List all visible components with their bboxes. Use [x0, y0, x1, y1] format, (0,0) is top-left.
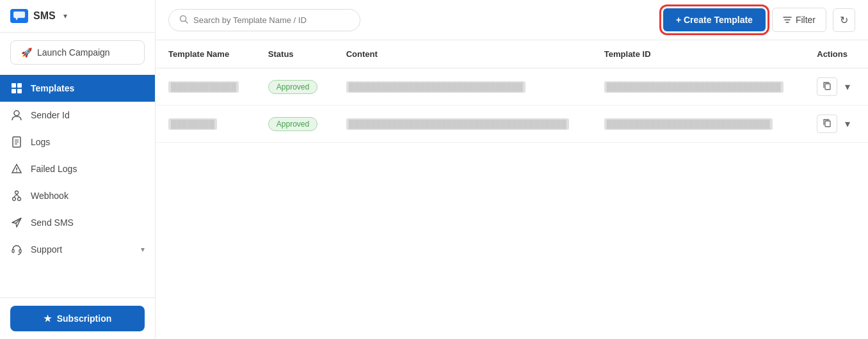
sidebar-failed-logs-label: Failed Logs — [31, 164, 77, 174]
sidebar-nav: Templates Sender Id Logs — [0, 72, 155, 297]
sidebar-sender-id-label: Sender Id — [31, 110, 70, 120]
brand-chevron: ▾ — [63, 12, 67, 20]
svg-rect-4 — [12, 89, 16, 93]
sidebar-item-templates[interactable]: Templates — [0, 75, 155, 102]
send-icon — [10, 216, 23, 229]
status-badge: Approved — [268, 117, 317, 131]
brand-header[interactable]: SMS ▾ — [0, 0, 155, 33]
launch-icon: 🚀 — [21, 47, 32, 58]
filter-icon — [783, 15, 792, 24]
sidebar-item-sender-id[interactable]: Sender Id — [0, 102, 155, 129]
content-value: ████████████████████████████████ — [346, 81, 526, 93]
main-content: + Create Template Filter ↻ Template Name… — [156, 0, 868, 339]
copy-icon — [823, 81, 832, 90]
sidebar-item-failed-logs[interactable]: Failed Logs — [0, 155, 155, 182]
template-name-cell: ████████████ — [156, 68, 255, 106]
col-content: Content — [334, 40, 591, 68]
svg-point-12 — [16, 171, 17, 172]
subscription-button[interactable]: ★ Subscription — [10, 306, 145, 331]
toolbar: + Create Template Filter ↻ — [156, 0, 868, 40]
template-name-cell: ████████ — [156, 106, 255, 143]
triangle-icon — [10, 162, 23, 175]
sidebar: SMS ▾ 🚀 Launch Campaign Templates — [0, 0, 156, 339]
actions-cell: ▾ — [804, 106, 868, 143]
table-row: ████████████ Approved ██████████████████… — [156, 68, 868, 106]
brand-title: SMS — [33, 10, 56, 22]
sidebar-templates-label: Templates — [31, 83, 74, 93]
actions-cell: ▾ — [804, 68, 868, 106]
grid-icon — [10, 82, 23, 95]
svg-point-13 — [13, 198, 16, 201]
col-template-name: Template Name — [156, 40, 255, 68]
template-id-value: ████████████████████████████████ — [604, 81, 784, 93]
template-name-value: ████████████ — [168, 81, 239, 93]
toolbar-right: + Create Template Filter ↻ — [663, 8, 855, 32]
copy-icon — [823, 118, 832, 127]
svg-rect-2 — [12, 83, 16, 88]
doc-icon — [10, 136, 23, 148]
webhook-icon — [10, 189, 23, 202]
col-template-id: Template ID — [591, 40, 804, 68]
svg-line-20 — [186, 20, 188, 23]
sms-logo — [10, 9, 28, 23]
template-id-cell: ██████████████████████████████ — [591, 106, 804, 143]
status-badge: Approved — [268, 80, 317, 94]
refresh-button[interactable]: ↻ — [833, 8, 855, 32]
table-container: Template Name Status Content Template ID… — [156, 40, 868, 339]
table-row: ████████ Approved ██████████████████████… — [156, 106, 868, 143]
sidebar-logs-label: Logs — [31, 137, 50, 147]
support-chevron-icon: ▾ — [141, 245, 145, 254]
svg-rect-0 — [13, 12, 25, 18]
star-icon: ★ — [44, 313, 52, 324]
content-cell: ████████████████████████████████ — [334, 68, 591, 106]
svg-point-14 — [18, 198, 21, 201]
svg-point-15 — [15, 191, 19, 194]
templates-table: Template Name Status Content Template ID… — [156, 40, 868, 143]
col-status: Status — [255, 40, 334, 68]
svg-rect-18 — [19, 249, 21, 253]
status-cell: Approved — [255, 106, 334, 143]
search-box[interactable] — [168, 9, 360, 31]
table-header-row: Template Name Status Content Template ID… — [156, 40, 868, 68]
sidebar-item-send-sms[interactable]: Send SMS — [0, 209, 155, 236]
svg-rect-3 — [17, 83, 22, 88]
search-input[interactable] — [193, 15, 350, 25]
svg-rect-21 — [825, 84, 830, 90]
launch-campaign-button[interactable]: 🚀 Launch Campaign — [10, 40, 145, 65]
sidebar-send-sms-label: Send SMS — [31, 217, 74, 228]
headset-icon — [10, 243, 23, 256]
sidebar-webhook-label: Webhook — [31, 191, 68, 201]
sidebar-item-webhook[interactable]: Webhook — [0, 182, 155, 209]
expand-button[interactable]: ▾ — [842, 78, 853, 95]
person-icon — [10, 109, 23, 122]
create-template-button[interactable]: + Create Template — [663, 8, 766, 31]
copy-button[interactable] — [817, 114, 837, 133]
content-value: ████████████████████████████████████████ — [346, 118, 569, 130]
filter-button[interactable]: Filter — [772, 8, 826, 32]
subscription-label: Subscription — [57, 313, 112, 324]
sidebar-footer: ★ Subscription — [0, 297, 155, 339]
create-template-label: + Create Template — [676, 15, 753, 25]
copy-button[interactable] — [817, 77, 837, 96]
svg-rect-22 — [825, 121, 830, 127]
template-name-value: ████████ — [168, 118, 217, 130]
template-id-value: ██████████████████████████████ — [604, 118, 773, 130]
filter-label: Filter — [796, 15, 816, 25]
sidebar-item-support[interactable]: Support ▾ — [0, 236, 155, 263]
sidebar-support-label: Support — [31, 244, 62, 255]
template-id-cell: ████████████████████████████████ — [591, 68, 804, 106]
sidebar-item-logs[interactable]: Logs — [0, 129, 155, 155]
search-icon — [179, 15, 188, 26]
refresh-icon: ↻ — [840, 14, 848, 26]
content-cell: ████████████████████████████████████████ — [334, 106, 591, 143]
svg-rect-17 — [12, 249, 14, 253]
launch-campaign-label: Launch Campaign — [37, 47, 110, 58]
svg-marker-1 — [15, 18, 18, 20]
svg-rect-5 — [17, 89, 22, 93]
col-actions: Actions — [804, 40, 868, 68]
expand-button[interactable]: ▾ — [842, 115, 853, 132]
status-cell: Approved — [255, 68, 334, 106]
svg-point-6 — [14, 111, 19, 116]
